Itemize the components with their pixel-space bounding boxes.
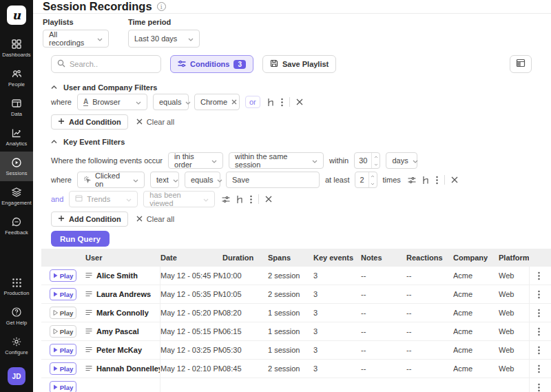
- user-name[interactable]: Mark Connolly: [96, 309, 149, 317]
- remove-condition-icon[interactable]: [265, 196, 272, 203]
- event-value-input[interactable]: [226, 172, 320, 188]
- value-tag[interactable]: Chrome: [194, 94, 240, 110]
- chevron-down-icon: [211, 156, 217, 165]
- event-select-value: Trends: [87, 195, 122, 203]
- property-select[interactable]: text: [150, 172, 179, 188]
- sliders-icon: [178, 60, 186, 69]
- remove-condition-icon[interactable]: [451, 176, 458, 183]
- run-query-button[interactable]: Run Query: [51, 231, 110, 247]
- unit-select[interactable]: days: [386, 152, 417, 169]
- count-stepper[interactable]: 2: [355, 172, 377, 188]
- sidebar-item-label: Sessions: [6, 170, 27, 176]
- value-tag-text: Chrome: [200, 98, 227, 106]
- sidebar-item-analytics[interactable]: Analytics: [0, 122, 33, 152]
- chevron-down-icon: [97, 34, 103, 43]
- row-menu-button[interactable]: [529, 341, 551, 359]
- play-button[interactable]: Play: [50, 325, 76, 338]
- recordings-table: User Date Duration Spans Key events Note…: [41, 249, 551, 392]
- session-date: May 12 - 02:10 PM: [160, 364, 222, 373]
- stepper-arrows[interactable]: [371, 153, 380, 168]
- header-user: User: [85, 249, 160, 267]
- row-menu-button[interactable]: [529, 304, 551, 322]
- save-playlist-button[interactable]: Save Playlist: [262, 55, 336, 73]
- play-button[interactable]: Play: [50, 288, 76, 300]
- nest-condition-icon[interactable]: [236, 195, 244, 204]
- filter-settings-icon[interactable]: [222, 196, 230, 203]
- user-name[interactable]: Peter McKay: [96, 346, 142, 354]
- clear-all-link[interactable]: Clear all: [136, 215, 174, 223]
- event-select[interactable]: Trends: [69, 191, 138, 207]
- session-spans: 1 session: [268, 309, 313, 317]
- session-spans: 2 session: [268, 271, 313, 280]
- row-menu-button[interactable]: [529, 322, 551, 340]
- plus-icon: [58, 215, 65, 223]
- app-logo[interactable]: u: [7, 6, 26, 25]
- row-menu-button[interactable]: [529, 378, 551, 392]
- session-platform: Web: [499, 364, 529, 373]
- operator-select[interactable]: equals: [153, 94, 189, 110]
- and-connector[interactable]: and: [51, 195, 63, 203]
- user-name[interactable]: Amy Pascal: [96, 327, 139, 336]
- order-select[interactable]: in this order: [168, 152, 223, 169]
- session-list-icon: [85, 309, 92, 317]
- collapse-chevron-icon[interactable]: [51, 85, 57, 90]
- search-input[interactable]: [70, 60, 155, 68]
- session-key-events: 3: [313, 309, 361, 317]
- sidebar-item-feedback[interactable]: Feedback: [0, 211, 33, 240]
- play-button[interactable]: Play: [50, 269, 76, 282]
- play-button[interactable]: Play: [50, 307, 76, 319]
- sidebar-item-engagement[interactable]: Engagement: [0, 181, 33, 211]
- row-menu-button[interactable]: [529, 285, 551, 303]
- clear-all-link[interactable]: Clear all: [136, 118, 174, 126]
- property-select-value: text: [156, 176, 169, 184]
- sidebar-item-dashboards[interactable]: Dashboards: [0, 33, 33, 63]
- info-icon[interactable]: i: [157, 2, 166, 11]
- divider: [444, 175, 445, 185]
- filter-settings-icon[interactable]: [408, 176, 416, 184]
- session-duration: 08:20: [222, 309, 268, 317]
- user-avatar[interactable]: JD: [8, 367, 25, 385]
- within-value-stepper[interactable]: 30: [354, 152, 380, 169]
- header-platform: Platform: [499, 254, 529, 262]
- sidebar-item-get-help[interactable]: Get Help: [0, 301, 33, 331]
- operator-select[interactable]: has been viewed: [143, 191, 215, 207]
- user-name[interactable]: Laura Andrews: [96, 290, 151, 298]
- operator-select[interactable]: equals: [185, 172, 220, 188]
- session-key-events: 3: [313, 290, 361, 298]
- session-duration: 06:15: [222, 327, 268, 336]
- time-period-label: Time period: [128, 18, 200, 26]
- playlists-select[interactable]: All recordings: [43, 30, 109, 48]
- divider: [289, 97, 290, 107]
- sidebar-item-configure[interactable]: Configure: [0, 331, 33, 360]
- add-condition-button[interactable]: Add Condition: [51, 114, 128, 130]
- event-select[interactable]: Clicked on: [77, 172, 145, 188]
- row-menu-button[interactable]: [529, 360, 551, 378]
- search-box: [51, 55, 161, 73]
- more-icon[interactable]: [281, 98, 283, 107]
- remove-value-icon[interactable]: [231, 99, 237, 105]
- table-columns-button[interactable]: [510, 55, 532, 73]
- sidebar-item-people[interactable]: People: [0, 63, 33, 92]
- nest-condition-icon[interactable]: [267, 98, 275, 107]
- field-select[interactable]: A Browser: [77, 94, 147, 110]
- or-connector[interactable]: or: [245, 96, 260, 108]
- remove-condition-icon[interactable]: [296, 99, 303, 105]
- sidebar-item-production[interactable]: Production: [0, 272, 33, 301]
- nest-condition-icon[interactable]: [422, 176, 430, 185]
- more-icon[interactable]: [250, 195, 252, 204]
- more-icon[interactable]: [436, 176, 438, 185]
- row-menu-button[interactable]: [529, 267, 551, 285]
- sidebar-item-sessions[interactable]: Sessions: [0, 152, 33, 181]
- user-name[interactable]: Hannah Donnelley: [96, 364, 160, 373]
- collapse-chevron-icon[interactable]: [51, 140, 57, 144]
- sidebar-item-data[interactable]: Data: [0, 92, 33, 122]
- play-button[interactable]: Play: [50, 344, 76, 356]
- play-button[interactable]: Play: [50, 362, 76, 375]
- time-period-select[interactable]: Last 30 days: [128, 30, 200, 48]
- stepper-arrows[interactable]: [368, 172, 377, 187]
- scope-select[interactable]: within the same session: [229, 152, 324, 169]
- add-condition-button[interactable]: Add Condition: [51, 212, 128, 227]
- conditions-button[interactable]: Conditions 3: [170, 55, 253, 73]
- user-name[interactable]: Alice Smith: [96, 271, 138, 280]
- play-button[interactable]: Play: [50, 381, 76, 392]
